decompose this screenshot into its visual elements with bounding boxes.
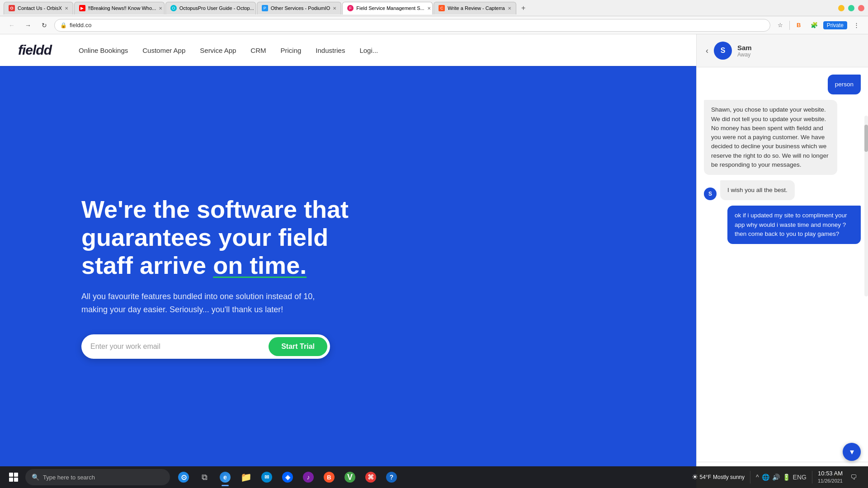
taskbar-cortana[interactable]: ⊙ [174,467,193,487]
site-logo: fieldd [18,42,52,58]
browser-tab-capterra[interactable]: C Write a Review - Capterra ✕ [434,2,516,14]
weather-info: ☀ 54°F Mostly sunny [692,473,745,481]
sound-icon[interactable]: 🔊 [772,474,780,481]
chat-messages: person Shawn, you chose to update your w… [697,67,868,462]
weather-temp: 54°F [700,474,711,480]
nav-links: Online Bookings Customer App Service App… [79,47,792,54]
back-button[interactable]: ← [5,19,18,32]
network-icon[interactable]: 🌐 [762,474,769,481]
nav-link-pricing[interactable]: Pricing [281,47,302,54]
clock-divider [812,471,812,483]
close-tab-capterra[interactable]: ✕ [508,6,511,11]
scroll-down-button[interactable]: ▾ [843,443,861,461]
nav-link-login[interactable]: Logi... [359,47,378,54]
email-form: Start Trial [81,334,330,359]
notification-button[interactable]: 🗨 [846,470,861,484]
hidden-icons-button[interactable]: ^ [756,474,759,481]
close-tab-breaking[interactable]: ✕ [159,6,162,11]
url-text: fieldd.co [70,22,764,28]
taskbar-vpn[interactable]: V [340,467,360,487]
extensions-button[interactable]: 🧩 [808,19,821,32]
chat-scrollbar[interactable] [864,116,868,296]
hero-subtitle: All you favourite features bundled into … [81,290,326,316]
chat-header: ‹ S Sam Away [697,34,868,67]
taskbar-brave[interactable]: B [319,467,339,487]
settings-button[interactable]: ⋮ [850,19,863,32]
hero-title: We're the software that guarantees your … [81,195,362,279]
message-bubble-received-2: Shawn, you chose to update your website.… [704,100,837,175]
message-row-4: ok if i updated my site to compliment yo… [704,206,861,244]
main-content-area: fieldd Online Bookings Customer App Serv… [0,34,868,488]
browser-tab-other[interactable]: P Other Services - PodiumIO ✕ [257,2,341,14]
taskbar-mail[interactable]: ✉ [257,467,277,487]
message-row-2: Shawn, you chose to update your website.… [704,100,861,175]
browser-tab-octopus[interactable]: O OctopusPro User Guide - Octop... ✕ [165,2,256,14]
nav-link-crm[interactable]: CRM [250,47,266,54]
new-tab-button[interactable]: + [517,2,530,14]
message-row-3: S I wish you all the best. [704,180,861,200]
taskbar-dropbox[interactable]: ◈ [278,467,297,487]
taskbar-search-text: Type here to search [43,474,95,481]
taskbar-explorer[interactable]: 📁 [236,467,256,487]
taskbar-guitar[interactable]: ♪ [298,467,318,487]
taskbar-edge[interactable]: e [215,467,235,487]
hero-emphasis: on time. [213,252,307,279]
message-row-1: person [704,75,861,94]
browser-tab-breaking[interactable]: ▶ ‼Breaking News‼ Know Who... ✕ [74,2,165,14]
browser-tab-contact[interactable]: O Contact Us - OrbisX ✕ [4,2,73,14]
chat-user-status: Away [737,52,859,58]
taskbar-apps: ⊙ ⧉ e 📁 ✉ ◈ ♪ B V ⌘ ? [174,467,401,487]
nav-link-online-bookings[interactable]: Online Bookings [79,47,128,54]
start-trial-button[interactable]: Start Trial [269,337,327,356]
browser-titlebar: O Contact Us - OrbisX ✕ ▶ ‼Breaking News… [0,0,868,16]
clock-time: 10:53 AM [818,469,843,478]
chat-scrollbar-thumb[interactable] [864,125,868,152]
nav-link-customer-app[interactable]: Customer App [142,47,185,54]
taskbar-search-icon: 🔍 [32,474,39,481]
chat-user-info: Sam Away [737,44,859,58]
browser-right-controls: ☆ B 🧩 Private ⋮ [774,19,863,32]
bookmark-button[interactable]: ☆ [774,19,787,32]
message-bubble-sent-1: person [828,75,861,94]
clock-date: 11/26/2021 [818,478,843,484]
taskbar-tag[interactable]: ⌘ [361,467,381,487]
chat-avatar: S [714,42,732,60]
email-input[interactable] [90,343,269,351]
weather-icon: ☀ [692,473,698,481]
nav-link-industries[interactable]: Industries [316,47,345,54]
close-tab-other[interactable]: ✕ [333,6,336,11]
close-button[interactable] [858,5,864,11]
taskbar: 🔍 Type here to search ⊙ ⧉ e 📁 ✉ ◈ ♪ B V [0,466,868,488]
message-bubble-sent-4: ok if i updated my site to compliment yo… [727,206,861,244]
forward-button[interactable]: → [22,19,34,32]
maximize-button[interactable] [848,5,854,11]
nav-link-service-app[interactable]: Service App [200,47,236,54]
tray-divider [750,471,750,483]
close-tab-fieldd[interactable]: ✕ [427,6,431,11]
browser-tab-fieldd[interactable]: F Field Service Management S... ✕ [342,2,433,14]
browser-tabs: O Contact Us - OrbisX ✕ ▶ ‼Breaking News… [4,2,833,14]
brave-shield-button[interactable]: B [793,19,805,32]
browser-frame: O Contact Us - OrbisX ✕ ▶ ‼Breaking News… [0,0,868,488]
close-tab-contact[interactable]: ✕ [65,6,68,11]
message-bubble-user-3: I wish you all the best. [720,180,795,200]
refresh-button[interactable]: ↻ [38,19,51,32]
minimize-button[interactable] [838,5,844,11]
battery-icon[interactable]: 🔋 [783,474,790,481]
lock-icon: 🔒 [60,22,67,28]
windows-logo-icon [9,473,18,482]
profile-button[interactable]: Private [823,21,847,29]
start-button[interactable] [4,467,24,487]
taskbar-taskview[interactable]: ⧉ [194,467,214,487]
chat-user-name: Sam [737,44,859,52]
page-content: fieldd Online Bookings Customer App Serv… [0,34,868,488]
taskbar-help[interactable]: ? [382,467,401,487]
browser-toolbar: ← → ↻ 🔒 fieldd.co ☆ B 🧩 Private ⋮ [0,16,868,34]
chat-back-button[interactable]: ‹ [706,46,708,56]
weather-desc: Mostly sunny [713,474,745,480]
taskbar-clock[interactable]: 10:53 AM 11/26/2021 [818,469,843,485]
system-tray: ^ 🌐 🔊 🔋 ENG [756,474,807,481]
address-bar[interactable]: 🔒 fieldd.co [54,19,770,32]
keyboard-icon[interactable]: ENG [793,474,807,481]
taskbar-search[interactable]: 🔍 Type here to search [25,469,170,485]
